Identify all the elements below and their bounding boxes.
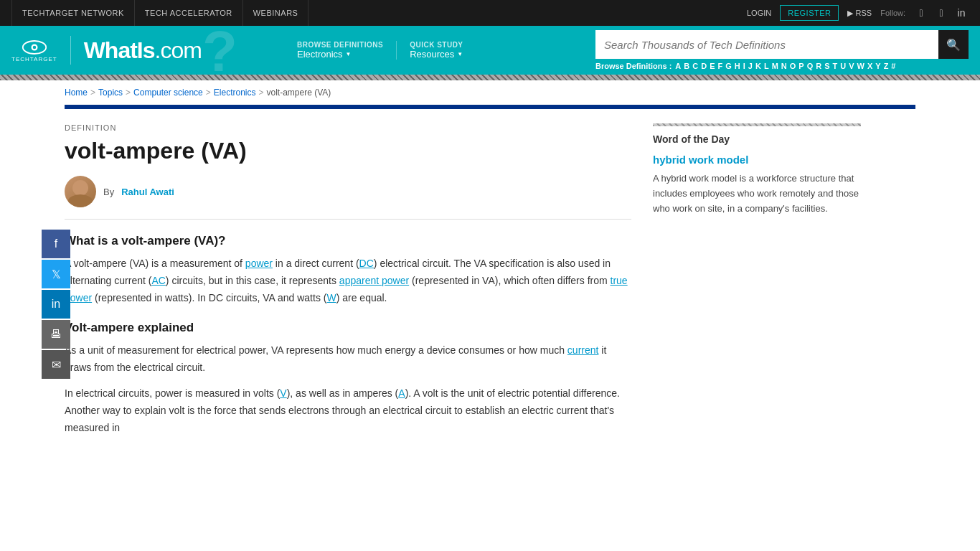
breadcrumb-home[interactable]: Home <box>65 88 88 98</box>
author-avatar <box>65 176 96 207</box>
social-follow-icons:   in <box>914 6 969 20</box>
breadcrumb: Home > Topics > Computer science > Elect… <box>0 80 980 105</box>
quickstudy-value: Resources ▼ <box>410 49 463 60</box>
link-w[interactable]: W <box>326 292 336 303</box>
search-area: 🔍 Browse Definitions : A B C D E F G H I… <box>595 30 969 70</box>
quickstudy-label: QUICK STUDY <box>410 41 463 49</box>
alpha-T[interactable]: T <box>832 62 839 70</box>
alpha-X[interactable]: X <box>867 62 873 70</box>
alpha-C[interactable]: C <box>692 62 699 70</box>
alpha-A[interactable]: A <box>674 62 682 70</box>
techtarget-text: TechTarget <box>11 56 57 62</box>
link-apparent-power[interactable]: apparent power <box>339 275 409 286</box>
top-navigation: TECHTARGET NETWORK TECH ACCELERATOR WEBI… <box>0 0 980 26</box>
alpha-K[interactable]: K <box>755 62 762 70</box>
article-title: volt-ampere (VA) <box>65 138 631 164</box>
breadcrumb-sep-1: > <box>90 88 95 98</box>
webinars-link[interactable]: WEBINARS <box>243 0 309 26</box>
link-current[interactable]: current <box>567 344 599 356</box>
breadcrumb-sep-3: > <box>206 88 211 98</box>
share-twitter-button[interactable]: 𝕏 <box>42 260 70 288</box>
rss-link[interactable]: ▶ RSS <box>847 9 872 18</box>
register-button[interactable]: REGISTER <box>780 5 839 21</box>
alpha-B[interactable]: B <box>683 62 690 70</box>
alpha-F[interactable]: F <box>717 62 724 70</box>
section2-paragraph: As a unit of measurement for electrical … <box>65 342 631 377</box>
follow-label: Follow: <box>880 9 905 17</box>
browse-arrow-icon: ▼ <box>346 51 352 57</box>
section3-paragraph: In electrical circuits, power is measure… <box>65 385 631 436</box>
browse-defs-label: Browse Definitions : <box>595 62 672 70</box>
section2-title: Volt-ampere explained <box>65 321 631 335</box>
whatis-logo[interactable]: WhatIs.com ? <box>84 37 202 64</box>
search-box: 🔍 <box>595 30 969 59</box>
alpha-Q[interactable]: Q <box>806 62 814 70</box>
author-by-label: By <box>103 187 114 197</box>
alpha-P[interactable]: P <box>798 62 804 70</box>
alpha-hash[interactable]: # <box>890 62 896 70</box>
link-ac[interactable]: AC <box>151 275 165 286</box>
techtarget-network-link[interactable]: TECHTARGET NETWORK <box>11 0 135 26</box>
facebook-follow-icon[interactable]:  <box>914 6 928 20</box>
link-a[interactable]: A <box>398 387 405 399</box>
alpha-M[interactable]: M <box>771 62 779 70</box>
alpha-I[interactable]: I <box>743 62 746 70</box>
alpha-J[interactable]: J <box>748 62 753 70</box>
site-header: TechTarget WhatIs.com ? BROWSE DEFINITIO… <box>0 26 980 75</box>
login-link[interactable]: LOGIN <box>747 9 771 17</box>
word-of-day-text: A hybrid work model is a workforce struc… <box>653 171 861 216</box>
share-linkedin-button[interactable]: in <box>42 290 70 319</box>
linkedin-follow-icon[interactable]: in <box>954 6 969 20</box>
top-nav-right: LOGIN REGISTER ▶ RSS Follow:   in <box>747 5 969 21</box>
share-facebook-button[interactable]: f <box>42 230 70 258</box>
alpha-N[interactable]: N <box>781 62 788 70</box>
twitter-follow-icon[interactable]:  <box>934 6 948 20</box>
share-email-button[interactable]: ✉ <box>42 350 70 379</box>
alpha-E[interactable]: E <box>709 62 715 70</box>
alpha-H[interactable]: H <box>734 62 741 70</box>
sidebar-hatch-divider <box>653 123 861 126</box>
section1-title: What is a volt-ampere (VA)? <box>65 234 631 248</box>
article-main: DEFINITION volt-ampere (VA) By Rahul Awa… <box>65 109 631 459</box>
alpha-D[interactable]: D <box>700 62 707 70</box>
alpha-O[interactable]: O <box>789 62 797 70</box>
alpha-V[interactable]: V <box>848 62 854 70</box>
quick-study-dropdown[interactable]: QUICK STUDY Resources ▼ <box>397 41 476 60</box>
link-power[interactable]: power <box>245 258 273 269</box>
quickstudy-arrow-icon: ▼ <box>457 51 463 57</box>
alpha-W[interactable]: W <box>857 62 865 70</box>
alpha-G[interactable]: G <box>725 62 732 70</box>
alpha-R[interactable]: R <box>815 62 822 70</box>
browse-definitions-dropdown[interactable]: BROWSE DEFINITIONS Electronics ▼ <box>284 41 397 60</box>
alpha-U[interactable]: U <box>839 62 847 70</box>
alpha-L[interactable]: L <box>763 62 770 70</box>
content-wrapper: DEFINITION volt-ampere (VA) By Rahul Awa… <box>0 109 980 459</box>
browse-value: Electronics ▼ <box>297 49 383 60</box>
share-print-button[interactable]: 🖶 <box>42 320 70 349</box>
section1-paragraph: A volt-ampere (VA) is a measurement of p… <box>65 255 631 306</box>
browse-label: BROWSE DEFINITIONS <box>297 41 383 49</box>
search-button[interactable]: 🔍 <box>938 30 969 59</box>
breadcrumb-sep-2: > <box>126 88 131 98</box>
author-name-link[interactable]: Rahul Awati <box>121 187 174 197</box>
alpha-Y[interactable]: Y <box>875 62 881 70</box>
link-v[interactable]: V <box>280 387 286 399</box>
word-of-day-term[interactable]: hybrid work model <box>653 154 861 166</box>
definition-label: DEFINITION <box>65 123 631 132</box>
breadcrumb-sep-4: > <box>258 88 263 98</box>
breadcrumb-electronics[interactable]: Electronics <box>214 88 256 98</box>
browse-definitions-alpha: Browse Definitions : A B C D E F G H I J… <box>595 62 969 70</box>
alpha-Z[interactable]: Z <box>883 62 890 70</box>
techtarget-logo[interactable]: TechTarget <box>11 39 57 62</box>
link-dc[interactable]: DC <box>359 258 374 269</box>
whatis-text: WhatIs.com <box>84 37 202 64</box>
breadcrumb-computer-science[interactable]: Computer science <box>133 88 203 98</box>
alpha-S[interactable]: S <box>824 62 830 70</box>
question-mark-decoration: ? <box>202 23 237 80</box>
breadcrumb-topics[interactable]: Topics <box>98 88 123 98</box>
breadcrumb-current: volt-ampere (VA) <box>267 88 331 98</box>
author-row: By Rahul Awati <box>65 176 631 220</box>
word-of-day-label: Word of the Day <box>653 133 861 145</box>
search-input[interactable] <box>595 30 938 59</box>
logo-area: TechTarget WhatIs.com ? <box>11 36 255 65</box>
